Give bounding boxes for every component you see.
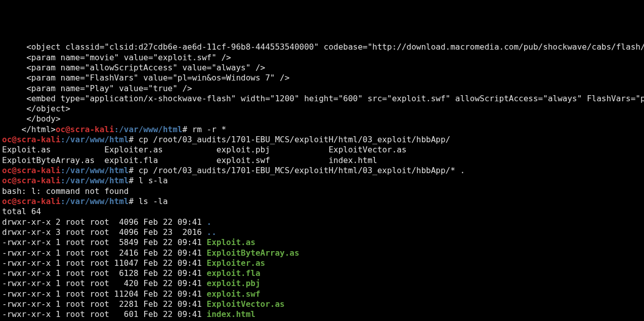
cmd-bad: l s-la <box>139 176 168 185</box>
tab-file: index.html <box>328 155 377 165</box>
ls-row: -rwxr-xr-x 1 root root 420 Feb 22 09:41 … <box>2 278 642 289</box>
prompt-symbol: # <box>128 166 138 175</box>
tab-file: exploit.pbj <box>217 145 270 154</box>
html-line-end: </html> <box>2 125 56 134</box>
html-line: <param name="allowScriptAccess" value="a… <box>2 63 642 73</box>
prompt-symbol: # <box>182 125 192 134</box>
prompt-symbol: # <box>128 196 138 206</box>
terminal-output[interactable]: <object classid="clsid:d27cdb6e-ae6d-11c… <box>2 42 642 321</box>
ls-file: ExploitByteArray.as <box>207 248 299 258</box>
tab-file: exploit.swf <box>217 155 270 165</box>
ls-file: index.html <box>207 309 255 319</box>
ls-row: -rwxr-xr-x 1 root root 5849 Feb 22 09:41… <box>2 237 642 248</box>
prompt-line: </html>oc@scra-kali:/var/www/html# rm -r… <box>2 125 642 135</box>
tab-file: ExploitVector.as <box>328 145 406 154</box>
ls-row: -rwxr-xr-x 1 root root 6128 Feb 22 09:41… <box>2 268 642 278</box>
prompt-line: oc@scra-kali:/var/www/html# ls -la <box>2 196 642 207</box>
ls-file: exploit.pbj <box>207 278 261 288</box>
prompt-symbol: # <box>128 135 138 144</box>
ls-row: drwxr-xr-x 2 root root 4096 Feb 22 09:41… <box>2 217 642 227</box>
prompt-path: :/var/www/html <box>114 125 183 134</box>
html-line: <param name="FlashVars" value="pl=win&os… <box>2 73 642 83</box>
ls-meta: -rwxr-xr-x 1 root root 11204 Feb 22 09:4… <box>2 289 207 299</box>
html-line: <embed type="application/x-shockwave-fla… <box>2 94 642 104</box>
ls-row: -rwxr-xr-x 1 root root 11047 Feb 22 09:4… <box>2 258 642 268</box>
cmd-ls: ls -la <box>139 196 168 206</box>
prompt-user: oc@scra-kali <box>2 166 61 175</box>
prompt-line: oc@scra-kali:/var/www/html# l s-la <box>2 176 642 186</box>
prompt-user: oc@scra-kali <box>2 196 61 206</box>
ls-meta: -rwxr-xr-x 1 root root 601 Feb 22 09:41 <box>2 309 207 319</box>
prompt-user: oc@scra-kali <box>2 176 61 185</box>
tab-file: Exploiter.as <box>104 145 163 154</box>
ls-file: exploit.fla <box>207 268 261 278</box>
ls-meta: -rwxr-xr-x 1 root root 6128 Feb 22 09:41 <box>2 268 207 278</box>
ls-row: -rwxr-xr-x 1 root root 11204 Feb 22 09:4… <box>2 289 642 299</box>
ls-row: -rwxr-xr-x 1 root root 2281 Feb 22 09:41… <box>2 299 642 309</box>
tab-file: exploit.fla <box>104 155 158 165</box>
prompt-user: oc@scra-kali <box>56 125 114 134</box>
ls-file: Exploit.as <box>207 237 255 247</box>
ls-row: -rwxr-xr-x 1 root root 601 Feb 22 09:41 … <box>2 309 642 319</box>
prompt-path: :/var/www/html <box>61 135 129 144</box>
ls-meta: -rwxr-xr-x 1 root root 5849 Feb 22 09:41 <box>2 237 207 247</box>
prompt-symbol: # <box>128 176 138 185</box>
ls-meta: -rwxr-xr-x 1 root root 2281 Feb 22 09:41 <box>2 299 207 309</box>
prompt-user: oc@scra-kali <box>2 135 61 144</box>
prompt-path: :/var/www/html <box>61 166 129 175</box>
ls-file: ExploitVector.as <box>207 299 285 309</box>
ls-meta: -rwxr-xr-x 1 root root 2416 Feb 22 09:41 <box>2 248 207 258</box>
ls-meta: -rwxr-xr-x 1 root root 11047 Feb 22 09:4… <box>2 258 207 268</box>
tab-file: ExploitByteArray.as <box>2 155 95 165</box>
error-line: bash: l: command not found <box>2 186 642 196</box>
ls-meta: -rwxr-xr-x 1 root root 420 Feb 22 09:41 <box>2 278 207 288</box>
prompt-line: oc@scra-kali:/var/www/html# cp /root/03_… <box>2 135 642 145</box>
tab-file: Exploit.as <box>2 145 51 154</box>
html-line: </object> <box>2 104 642 114</box>
html-line: <param name="movie" value="exploit.swf" … <box>2 53 642 63</box>
ls-total: total 64 <box>2 207 642 217</box>
cmd-cp-tab: cp /root/03_audits/1701-EBU_MCS/exploitH… <box>139 135 451 144</box>
ls-file: Exploiter.as <box>207 258 266 268</box>
prompt-path: :/var/www/html <box>61 176 129 185</box>
html-line: <param name="Play" value="true" /> <box>2 84 642 94</box>
tab-completion-row: Exploit.as Exploiter.as exploit.pbj Expl… <box>2 145 642 155</box>
ls-row: drwxr-xr-x 3 root root 4096 Feb 23 2016 … <box>2 227 642 237</box>
ls-dir: .. <box>207 227 217 237</box>
prompt-path: :/var/www/html <box>61 196 129 206</box>
ls-file: exploit.swf <box>207 289 261 299</box>
ls-meta: drwxr-xr-x 2 root root 4096 Feb 22 09:41 <box>2 217 207 227</box>
cmd-cp-final: cp /root/03_audits/1701-EBU_MCS/exploitH… <box>139 166 465 175</box>
html-line: </body> <box>2 114 642 124</box>
prompt-line: oc@scra-kali:/var/www/html# cp /root/03_… <box>2 166 642 176</box>
tab-completion-row: ExploitByteArray.as exploit.fla exploit.… <box>2 155 642 166</box>
html-line: <object classid="clsid:d27cdb6e-ae6d-11c… <box>2 42 642 52</box>
ls-row: -rwxr-xr-x 1 root root 2416 Feb 22 09:41… <box>2 248 642 258</box>
cmd-rm: rm -r * <box>192 125 226 134</box>
ls-dir: . <box>207 217 212 227</box>
ls-meta: drwxr-xr-x 3 root root 4096 Feb 23 2016 <box>2 227 207 237</box>
